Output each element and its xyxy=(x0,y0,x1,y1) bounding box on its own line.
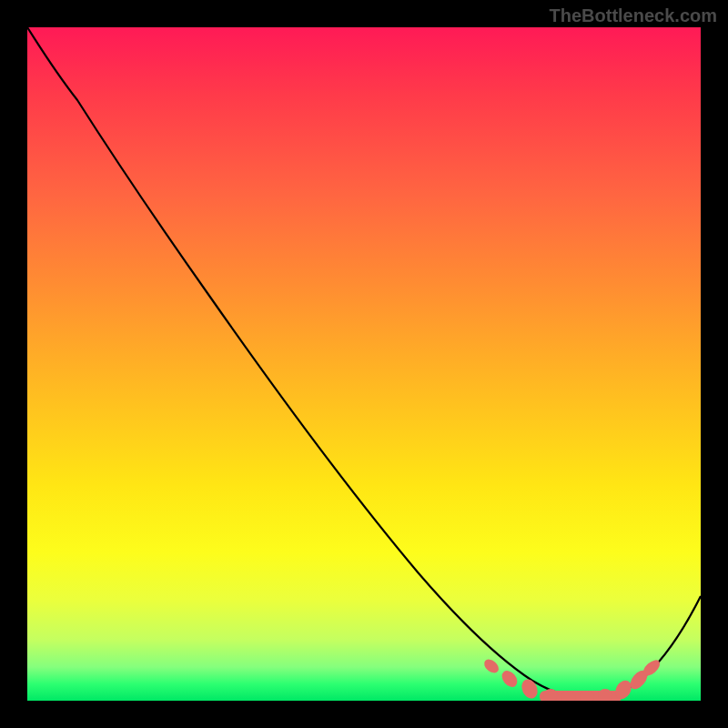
svg-point-0 xyxy=(481,657,501,676)
svg-point-4 xyxy=(543,689,558,701)
bottleneck-curve xyxy=(27,27,701,699)
svg-point-2 xyxy=(519,677,541,701)
watermark-text: TheBottleneck.com xyxy=(550,5,717,26)
svg-point-7 xyxy=(598,689,612,701)
chart-svg-overlay xyxy=(27,27,701,701)
chart-plot-area xyxy=(27,27,701,701)
